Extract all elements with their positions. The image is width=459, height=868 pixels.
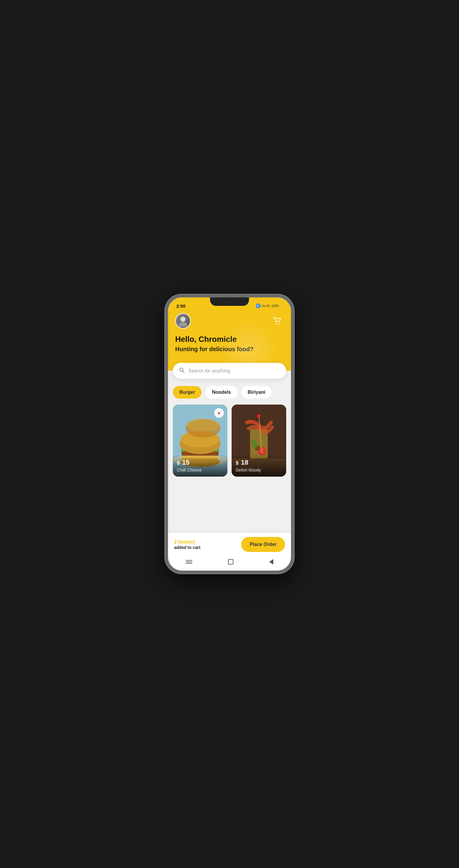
svg-point-28 [257,414,261,418]
search-bar[interactable]: Search for anything [173,363,286,379]
cart-item-count: 2 Item(s) [174,539,195,545]
delish-bloody-name: Delish bloody [236,468,282,472]
search-icon [179,367,185,375]
cart-added-text: added to cart [174,545,241,550]
tab-biriyani[interactable]: Biriyani [241,386,272,399]
nav-menu-icon[interactable] [186,560,192,564]
header-top [175,313,284,329]
hamburger-icon [186,560,192,564]
search-container: Search for anything [173,363,286,379]
svg-point-2 [181,317,185,321]
place-order-button[interactable]: Place Order [241,537,285,552]
avatar-image [176,314,190,328]
price-value-2: 18 [241,459,248,466]
svg-point-17 [187,418,220,432]
category-tabs: Burger Noodels Biriyani [173,386,286,399]
svg-line-6 [183,371,185,373]
nav-bar [168,556,291,570]
avatar[interactable] [175,313,191,329]
status-time: 2:50 [176,304,186,309]
battery-icon: 100%⚡ [271,304,283,308]
tab-noodles[interactable]: Noodels [205,386,237,399]
nav-back-icon[interactable] [269,559,273,564]
tab-burger[interactable]: Burger [173,386,202,399]
svg-point-3 [276,323,277,324]
favorite-button-chilli-cheese[interactable]: ♥ [214,408,224,418]
header-area: Hello, Chromicle Hunting for delicious f… [168,311,291,371]
food-card-delish-bloody[interactable]: $ 18 Delish bloody [232,405,286,476]
delish-bloody-price: $ 18 [236,459,282,466]
cart-count-line: 2 Item(s) [174,539,241,545]
bluetooth-icon: B [256,304,261,308]
food-grid: ♥ $ 15 Chilli Cheese [173,405,286,476]
price-symbol-2: $ [236,460,238,466]
chilli-cheese-info: $ 15 Chilli Cheese [173,455,227,476]
status-icons: B Vo 4G 100%⚡ [256,304,283,308]
price-symbol: $ [177,460,180,466]
greeting-title: Hello, Chromicle [175,335,284,344]
search-input[interactable]: Search for anything [188,368,280,374]
cart-info: 2 Item(s) added to cart [174,539,241,550]
bottom-cart-bar: 2 Item(s) added to cart Place Order [168,533,291,556]
phone-screen: 2:50 B Vo 4G 100%⚡ [168,298,291,570]
heart-icon-filled: ♥ [218,411,221,416]
food-card-chilli-cheese[interactable]: ♥ $ 15 Chilli Cheese [173,405,227,476]
price-value: 15 [182,459,189,466]
cart-button[interactable] [271,314,284,328]
signal-text: Vo 4G [262,304,270,308]
camera [228,300,231,304]
delish-bloody-info: $ 18 Delish bloody [232,455,286,476]
phone-frame: 2:50 B Vo 4G 100%⚡ [165,294,294,574]
chilli-cheese-price: $ 15 [177,459,223,466]
greeting-subtitle: Hunting for delicious food? [175,346,284,353]
content-area: Burger Noodels Biriyani [168,379,291,533]
svg-point-4 [279,323,280,324]
notch [210,298,249,306]
svg-point-1 [179,322,187,327]
chilli-cheese-name: Chilli Cheese [177,468,223,472]
nav-home-icon[interactable] [228,559,233,564]
